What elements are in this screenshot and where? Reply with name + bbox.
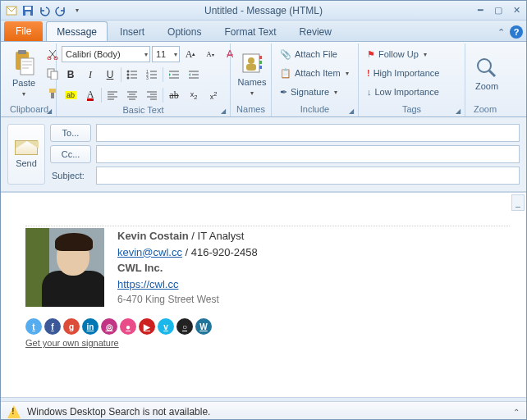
- minimize-button[interactable]: ━: [474, 4, 487, 17]
- zoom-button[interactable]: Zoom: [470, 45, 503, 103]
- follow-up-button[interactable]: ⚑Follow Up▾: [364, 45, 442, 63]
- underline-button[interactable]: U: [101, 66, 119, 84]
- undo-icon[interactable]: [37, 3, 52, 18]
- signature-label: Signature: [291, 87, 329, 97]
- low-importance-label: Low Importance: [375, 87, 439, 97]
- svg-rect-21: [246, 64, 256, 71]
- group-names: Names▾ Names: [231, 43, 272, 116]
- include-launcher-icon[interactable]: ◢: [347, 107, 355, 116]
- bold-button[interactable]: B: [62, 66, 80, 84]
- message-body[interactable]: ⎯ Kevin Costain / IT Analyst kevin@cwl.c…: [1, 192, 526, 397]
- svg-point-20: [248, 57, 254, 64]
- high-importance-button[interactable]: !High Importance: [364, 64, 442, 82]
- grow-font-button[interactable]: A▴: [181, 45, 199, 63]
- tab-options[interactable]: Options: [157, 21, 212, 41]
- numbering-button[interactable]: 123: [143, 66, 161, 84]
- status-expand-icon[interactable]: ⌃: [513, 408, 520, 417]
- paste-icon: [12, 50, 35, 76]
- tags-launcher-icon[interactable]: ◢: [454, 107, 462, 116]
- ruler-toggle-icon[interactable]: ⎯: [511, 194, 525, 211]
- social-github-icon[interactable]: ○: [176, 318, 193, 335]
- paperclip-icon: 📎: [280, 49, 291, 60]
- high-importance-icon: !: [367, 68, 370, 78]
- help-icon[interactable]: ?: [510, 25, 523, 39]
- svg-rect-5: [18, 50, 26, 54]
- compose-header: Send To... Cc... Subject:: [1, 117, 526, 192]
- svg-rect-6: [21, 58, 34, 75]
- increase-indent-button[interactable]: [185, 66, 203, 84]
- get-your-own-signature-link[interactable]: Get your own signature: [25, 338, 119, 348]
- tab-review[interactable]: Review: [289, 21, 342, 41]
- superscript-button[interactable]: x2: [204, 86, 222, 104]
- tab-format-text[interactable]: Format Text: [213, 21, 286, 41]
- align-center-button[interactable]: [123, 86, 141, 104]
- subscript-button[interactable]: x2: [185, 86, 203, 104]
- to-button[interactable]: To...: [50, 124, 91, 142]
- save-icon[interactable]: [21, 3, 35, 18]
- align-left-button[interactable]: [103, 86, 121, 104]
- social-facebook-icon[interactable]: f: [44, 318, 61, 335]
- redo-icon[interactable]: [53, 3, 68, 18]
- close-button[interactable]: ✕: [510, 4, 523, 17]
- font-family-value: Calibri (Body): [66, 49, 121, 59]
- social-youtube-icon[interactable]: ▶: [139, 318, 155, 335]
- tab-message[interactable]: Message: [46, 21, 108, 41]
- maximize-button[interactable]: ▢: [492, 4, 505, 17]
- social-google-plus-icon[interactable]: g: [63, 318, 80, 335]
- social-wordpress-icon[interactable]: W: [195, 318, 212, 335]
- clipboard-launcher-icon[interactable]: ◢: [45, 107, 53, 116]
- decrease-indent-button[interactable]: [165, 66, 183, 84]
- font-size-value: 11: [156, 49, 166, 59]
- social-dribbble-icon[interactable]: ●: [120, 318, 136, 335]
- to-input[interactable]: [96, 124, 520, 142]
- social-icons-row: tfgin◎●▶v○W: [25, 318, 510, 335]
- basic-text-launcher-icon[interactable]: ◢: [219, 107, 227, 116]
- zoom-label-text: Zoom: [475, 81, 498, 91]
- sig-url-link[interactable]: https://cwl.cc: [117, 278, 178, 290]
- svg-point-25: [478, 59, 491, 72]
- svg-point-13: [127, 71, 130, 73]
- highlight-button[interactable]: ab: [62, 86, 80, 104]
- align-right-button[interactable]: [143, 86, 161, 104]
- qat-more-icon[interactable]: ▾: [70, 3, 85, 18]
- attach-file-button[interactable]: 📎Attach File: [277, 45, 352, 63]
- bullets-button[interactable]: [123, 66, 141, 84]
- italic-button[interactable]: I: [81, 66, 99, 84]
- sig-email-link[interactable]: kevin@cwl.cc: [117, 246, 182, 258]
- numbering-icon: 123: [146, 69, 158, 80]
- send-button[interactable]: Send: [7, 124, 45, 185]
- social-vimeo-icon[interactable]: v: [158, 318, 174, 335]
- shrink-font-button[interactable]: A▾: [201, 45, 219, 63]
- strikethrough-button[interactable]: ab: [165, 86, 183, 104]
- tags-group-label: Tags: [402, 104, 421, 114]
- font-color-button[interactable]: A: [81, 86, 99, 104]
- clipboard-label: Clipboard: [10, 104, 48, 114]
- font-size-select[interactable]: 11▾: [152, 46, 180, 62]
- collapse-ribbon-icon[interactable]: ⌃: [497, 27, 505, 38]
- social-instagram-icon[interactable]: ◎: [101, 318, 117, 335]
- signature-button[interactable]: ✒Signature▾: [277, 83, 352, 101]
- low-importance-button[interactable]: ↓Low Importance: [364, 83, 442, 101]
- subject-input[interactable]: [96, 167, 520, 185]
- social-linkedin-icon[interactable]: in: [82, 318, 99, 335]
- zoom-group-label: Zoom: [470, 103, 500, 116]
- attach-file-label: Attach File: [295, 49, 337, 59]
- paste-button[interactable]: Paste▾: [7, 45, 40, 103]
- svg-rect-3: [25, 11, 30, 16]
- social-twitter-icon[interactable]: t: [25, 318, 42, 335]
- highlight-icon: ab: [65, 91, 76, 99]
- svg-rect-2: [25, 7, 31, 10]
- file-tab[interactable]: File: [4, 21, 43, 41]
- align-center-icon: [126, 89, 138, 101]
- title-bar: ▾ Untitled - Message (HTML) ━ ▢ ✕: [1, 1, 526, 21]
- cc-input[interactable]: [96, 145, 520, 163]
- address-book-icon: [240, 51, 264, 75]
- cc-button[interactable]: Cc...: [50, 145, 91, 163]
- decrease-indent-icon: [168, 69, 180, 80]
- attach-item-button[interactable]: 📋Attach Item▾: [277, 64, 352, 82]
- tab-insert[interactable]: Insert: [109, 21, 155, 41]
- names-button[interactable]: Names▾: [236, 45, 268, 103]
- font-family-select[interactable]: Calibri (Body)▾: [62, 46, 150, 62]
- app-icon[interactable]: [4, 3, 19, 18]
- svg-rect-24: [259, 66, 262, 69]
